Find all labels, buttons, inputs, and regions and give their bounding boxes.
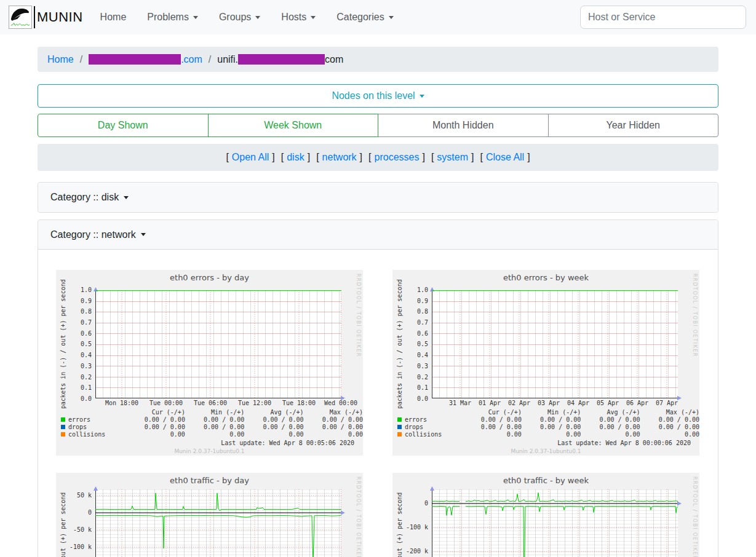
graph-title: eth0 errors - by day (56, 273, 363, 282)
rrdtool-watermark: RRDTOOL / TOBI OETIKER (692, 274, 698, 357)
search-input[interactable] (580, 6, 746, 29)
graph-eth0-traffic-week[interactable]: eth0 traffic - by week RRDTOOL / TOBI OE… (392, 473, 699, 557)
y-tick: 0.2 (392, 374, 428, 381)
legend-row-collisions: collisions 0.00 0.00 0.00 0.00 (61, 431, 363, 438)
nav-item-hosts[interactable]: Hosts (281, 12, 316, 23)
traffic-out-line (466, 507, 678, 557)
breadcrumb-home-link[interactable]: Home (47, 54, 74, 65)
munin-brand[interactable]: MUNIN (9, 6, 83, 29)
quick-link: [ processes ] (368, 152, 425, 163)
last-update: Last update: Wed Apr 8 00:05:06 2020 (221, 440, 354, 446)
category-network-header[interactable]: Category :: network (38, 220, 718, 250)
tab-day-shown[interactable]: Day Shown (38, 114, 209, 137)
nodes-on-this-level-button[interactable]: Nodes on this level (38, 84, 718, 108)
y-tick: 50 k (56, 492, 92, 499)
nav-item-problems[interactable]: Problems (147, 12, 198, 23)
category-disk-header[interactable]: Category :: disk (38, 183, 718, 212)
y-tick: 0.8 (56, 308, 92, 315)
traffic-in-line (432, 501, 460, 502)
plot-area (432, 489, 678, 557)
chevron-down-icon (420, 95, 424, 98)
x-axis-ticks: Mon 18:00Tue 00:00Tue 06:00Tue 12:00Tue … (95, 400, 341, 407)
graph-eth0-errors-day[interactable]: eth0 errors - by day RRDTOOL / TOBI OETI… (56, 270, 363, 456)
quick-link-anchor[interactable]: Open All (232, 152, 269, 163)
nav-item-home[interactable]: Home (100, 12, 127, 23)
munin-version: Munin 2.0.37-1ubuntu0.1 (56, 448, 363, 454)
nav-item-groups[interactable]: Groups (219, 12, 260, 23)
legend-row-errors: errors 0.00 / 0.00 0.00 / 0.00 0.00 / 0.… (397, 416, 699, 424)
quick-link-anchor[interactable]: system (437, 152, 468, 163)
plot-area (432, 290, 678, 398)
plot-area (95, 290, 341, 398)
graph-legend: Cur (-/+) Min (-/+) Avg (-/+) Max (-/+) … (397, 409, 699, 438)
y-tick: 0.6 (56, 330, 92, 337)
y-tick: 0.6 (392, 330, 428, 337)
traffic-out-line (432, 507, 460, 516)
y-tick: 1.0 (392, 286, 428, 293)
graph-title: eth0 errors - by week (392, 273, 699, 282)
legend-row-drops: drops 0.00 / 0.00 0.00 / 0.00 0.00 / 0.0… (397, 424, 699, 431)
x-tick: Tue 12:00 (238, 400, 271, 406)
quick-link: [ Close All ] (480, 152, 530, 163)
y-tick: 0.8 (392, 308, 428, 315)
chevron-down-icon (124, 196, 129, 199)
tab-week-shown[interactable]: Week Shown (208, 114, 379, 137)
x-tick: 02 Apr (508, 400, 530, 406)
x-tick: 05 Apr (597, 400, 619, 406)
breadcrumb-current: unifi.com (217, 54, 343, 65)
y-tick: 0 (392, 500, 428, 507)
quick-link-anchor[interactable]: Close All (486, 152, 524, 163)
x-tick: 31 Mar (449, 400, 471, 406)
y-tick: 0.3 (392, 363, 428, 369)
breadcrumb: Home / .com / unifi.com (38, 47, 718, 72)
redaction-bar (89, 54, 181, 65)
quick-link-anchor[interactable]: network (322, 152, 357, 163)
y-tick: -200 k (392, 548, 428, 555)
y-tick: 1.0 (56, 286, 92, 293)
x-tick: 07 Apr (656, 400, 678, 406)
y-tick: 0.4 (392, 352, 428, 358)
graph-legend: Cur (-/+) Min (-/+) Avg (-/+) Max (-/+) … (61, 409, 363, 438)
y-tick: 0.4 (56, 352, 92, 358)
chevron-down-icon (389, 16, 394, 19)
rrdtool-watermark: RRDTOOL / TOBI OETIKER (692, 476, 698, 557)
category-network-body: eth0 errors - by day RRDTOOL / TOBI OETI… (38, 250, 718, 557)
collisions-swatch-icon (397, 432, 402, 437)
legend-row-collisions: collisions 0.00 0.00 0.00 0.00 (397, 431, 699, 438)
tab-year-hidden[interactable]: Year Hidden (548, 114, 719, 137)
y-tick: 0.5 (56, 341, 92, 347)
traffic-in-line (466, 492, 678, 501)
tab-month-hidden[interactable]: Month Hidden (378, 114, 549, 137)
graph-eth0-errors-week[interactable]: eth0 errors - by week RRDTOOL / TOBI OET… (392, 270, 699, 456)
y-tick: 0.7 (392, 319, 428, 326)
nav-item-categories[interactable]: Categories (336, 12, 393, 23)
graph-eth0-traffic-day[interactable]: eth0 traffic - by day RRDTOOL / TOBI OET… (56, 473, 363, 557)
category-disk-card: Category :: disk (38, 182, 718, 213)
breadcrumb-separator: / (209, 54, 211, 65)
x-tick: 01 Apr (479, 400, 501, 406)
y-tick: 0.0 (392, 395, 428, 402)
x-tick: 03 Apr (538, 400, 560, 406)
x-tick: Wed 00:00 (324, 400, 357, 406)
quick-link-anchor[interactable]: disk (287, 152, 304, 163)
drops-swatch-icon (61, 425, 65, 429)
breadcrumb-group-link[interactable]: .com (89, 54, 202, 65)
x-axis-ticks: 31 Mar01 Apr02 Apr03 Apr04 Apr05 Apr06 A… (432, 400, 678, 407)
x-tick: Tue 18:00 (282, 400, 316, 406)
chevron-down-icon (141, 233, 146, 236)
graph-title: eth0 traffic - by day (56, 476, 363, 485)
y-tick: 0.9 (392, 298, 428, 304)
x-tick: 06 Apr (626, 400, 648, 406)
plot-area (95, 489, 341, 557)
graph-row: eth0 errors - by day RRDTOOL / TOBI OETI… (56, 270, 699, 456)
quick-link-anchor[interactable]: processes (375, 152, 420, 163)
x-tick: Tue 00:00 (149, 400, 183, 406)
redaction-bar (238, 54, 325, 65)
legend-row-drops: drops 0.00 / 0.00 0.00 / 0.00 0.00 / 0.0… (61, 424, 363, 431)
y-tick: 0.5 (392, 341, 428, 347)
errors-swatch-icon (397, 417, 402, 422)
y-tick: 0.7 (56, 319, 92, 326)
brand-text: MUNIN (37, 9, 83, 25)
category-network-card: Category :: network eth0 errors - by day… (38, 219, 718, 557)
period-toggle-group: Day Shown Week Shown Month Hidden Year H… (38, 114, 718, 137)
